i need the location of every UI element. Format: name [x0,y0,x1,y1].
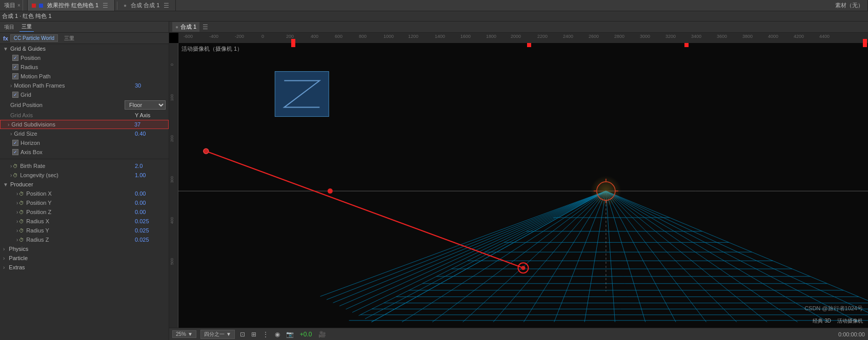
second-bar: 合成 1 · 红色 纯色 1 [0,11,868,22]
checkbox-position[interactable] [12,55,18,61]
grid-guides-arrow: ▼ [3,46,8,52]
tab-project[interactable]: 项目 × [0,0,28,11]
physics-arrow: › [3,246,5,252]
tab-project-close[interactable]: × [17,3,21,8]
pos-z-clock-icon: ⏱ [19,209,24,215]
zoom-value: 25% [176,331,186,337]
radius-x-value[interactable]: 0.025 [135,218,166,224]
reset-button[interactable]: 三里 [64,35,74,42]
extras-arrow: › [3,265,5,270]
viewport-area: ● 合成 1 ☰ -600 -400 -200 0 200 400 600 80… [169,22,868,340]
checkbox-radius[interactable] [12,64,18,70]
snapshot-icon[interactable]: 📷 [285,331,295,338]
lp-tab-effects[interactable]: 三里 [19,22,34,32]
viewport-tab-composition[interactable]: ● 合成 1 [172,22,199,32]
position-z-value[interactable]: 0.00 [135,209,166,215]
pos-y-clock-icon: ⏱ [19,200,24,206]
material-label: 素材（无） [835,2,863,9]
checkbox-radius-row: Radius [0,62,169,72]
tab-menu-icon[interactable]: ☰ [100,2,110,9]
ruler-left: 0 100 200 300 400 500 [169,43,178,328]
top-bar: 项目 × 效果控件 红色纯色 1 ☰ ● 合成 合成 1 ☰ 素材（无） [0,0,868,11]
producer-arrow: ▼ [3,182,8,187]
color-correction-icon[interactable]: +0.0 [299,331,313,338]
position-y-label: Position Y [26,200,135,206]
tab-composition-indicator: ● [124,3,127,8]
checkbox-axis-box-row: Axis Box [0,147,169,157]
particle-section[interactable]: › Particle [0,253,169,263]
grid-position-dropdown[interactable]: Floor Ceiling Front Back [125,100,166,110]
pos-x-clock-icon: ⏱ [19,191,24,197]
viewport-bottom-bar: 25% ▼ 四分之一 ▼ ⊡ ⊞ ⋮ ◉ 📷 +0.0 🎥 0:00:00:00 [169,328,868,340]
longevity-clock-icon: ⏱ [13,173,18,178]
zoom-dropdown[interactable]: 25% ▼ [172,330,196,338]
producer-section[interactable]: ▼ Producer [0,180,169,189]
longevity-row: › ⏱ Longevity (sec) 1.00 [0,171,169,180]
main-canvas[interactable] [178,43,868,328]
left-panel: 项目 三里 fx CC Particle World 三里 ▼ Grid & G… [0,22,169,340]
timecode[interactable]: 0:00:00:00 [838,331,865,337]
tab-composition-label: 合成 合成 1 [131,2,159,9]
checkbox-grid-row: Grid [0,90,169,99]
pos-x-arrow: › [16,191,18,197]
motion-path-frames-value[interactable]: 30 [135,82,166,89]
viewport-canvas[interactable]: -600 -400 -200 0 200 400 600 800 1000 12… [169,33,868,328]
radius-z-value[interactable]: 0.025 [135,237,166,243]
grid-guides-section[interactable]: ▼ Grid & Guides [0,44,169,53]
position-x-label: Position X [26,190,135,197]
lp-tab-project[interactable]: 项目 [2,23,16,32]
grid-size-value[interactable]: 0.40 [135,131,166,137]
grid-subdivisions-label: Grid Subdivisions [11,121,134,128]
tab-effectcontrols[interactable]: 效果控件 红色纯色 1 ☰ [28,0,115,11]
viewport-top-bar: ● 合成 1 ☰ [169,22,868,33]
checkbox-motion-path[interactable] [12,73,18,79]
camera-icon[interactable]: 🎥 [317,331,327,338]
radius-x-label: Radius X [26,218,135,224]
birth-rate-value[interactable]: 2.0 [135,163,166,169]
breadcrumb-part2[interactable]: 红色 [23,13,34,19]
grid-size-arrow: › [10,131,12,137]
color-red-icon [32,4,36,8]
checkbox-grid[interactable] [12,92,18,98]
camera-controls-icon[interactable]: ◉ [274,331,281,338]
grid-subdivisions-value[interactable]: 37 [134,121,165,128]
tab-material: 素材（无） [831,0,868,11]
physics-section[interactable]: › Physics [0,244,169,253]
fx-label: fx [3,35,8,41]
radius-x-row: › ⏱ Radius X 0.025 [0,217,169,226]
breadcrumb-part3[interactable]: 纯色 1 [35,13,51,19]
checkbox-grid-label: Grid [21,92,31,98]
grid-size-row: › Grid Size 0.40 [0,129,169,138]
position-y-row: › ⏱ Position Y 0.00 [0,198,169,207]
safe-zones-icon[interactable]: ⊞ [250,331,257,338]
view-label-camera: 活动摄像机 [837,317,863,325]
grid-icon[interactable]: ⋮ [261,331,270,338]
grid-axis-label: Grid Axis [10,112,135,118]
toggle-icon[interactable]: ⊡ [239,331,246,338]
tab-composition[interactable]: ● 合成 合成 1 ☰ [119,0,176,11]
checkbox-horizon[interactable] [12,140,18,146]
grid-position-label: Grid Position [10,102,125,108]
checkbox-axis-box[interactable] [12,149,18,155]
extras-section[interactable]: › Extras [0,263,169,272]
radius-z-row: › ⏱ Radius Z 0.025 [0,235,169,244]
checkbox-horizon-label: Horizon [21,140,40,146]
checkbox-horizon-row: Horizon [0,138,169,147]
vp-menu-icon[interactable]: ☰ [203,24,208,31]
longevity-value[interactable]: 1.00 [135,172,166,178]
longevity-arrow: › [10,173,12,178]
checkbox-axis-box-label: Axis Box [21,149,43,155]
position-x-value[interactable]: 0.00 [135,190,166,197]
rad-x-arrow: › [16,219,18,224]
pos-y-arrow: › [16,200,18,206]
motion-path-frames-row: › Motion Path Frames 30 [0,81,169,90]
view-mode-dropdown[interactable]: 四分之一 ▼ [200,330,235,339]
tab-composition-menu-icon[interactable]: ☰ [162,2,171,9]
breadcrumb-part1[interactable]: 合成 1 [2,13,18,19]
view-label-classic: 经典 3D [813,317,831,325]
position-y-value[interactable]: 0.00 [135,200,166,206]
radius-y-value[interactable]: 0.025 [135,227,166,233]
birth-rate-row: › ⏱ Birth Rate 2.0 [0,161,169,171]
scene-wrapper[interactable] [178,43,868,328]
plugin-name-button[interactable]: CC Particle World [10,34,58,42]
